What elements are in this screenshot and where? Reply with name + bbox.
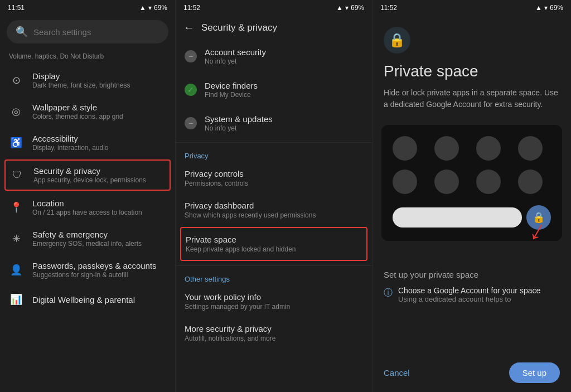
mock-app-3 bbox=[476, 136, 501, 161]
mock-app-2 bbox=[434, 136, 459, 161]
mock-app-6 bbox=[434, 170, 459, 194]
mock-app-8 bbox=[518, 170, 543, 194]
system-updates-subtitle: No info yet bbox=[205, 124, 273, 132]
settings-item-location[interactable]: 📍 Location On / 21 apps have access to l… bbox=[0, 192, 175, 223]
settings-item-passwords[interactable]: 👤 Passwords, passkeys & accounts Suggest… bbox=[0, 254, 175, 285]
work-policy-item[interactable]: Your work policy info Settings managed b… bbox=[176, 285, 372, 317]
privacy-dashboard-subtitle: Show which apps recently used permission… bbox=[185, 211, 316, 219]
security-title: Security & privacy bbox=[33, 166, 146, 176]
settings-item-security[interactable]: 🛡 Security & privacy App security, devic… bbox=[4, 159, 171, 191]
accessibility-icon: ♿ bbox=[9, 135, 23, 150]
status-bar-3: 11:52 ▲ ▾ 69% bbox=[372, 0, 571, 16]
signal-icon: ▲ bbox=[139, 4, 146, 12]
privacy-label: Privacy bbox=[176, 145, 372, 162]
cancel-button[interactable]: Cancel bbox=[384, 368, 410, 378]
accessibility-subtitle: Display, interaction, audio bbox=[32, 144, 109, 152]
search-icon: 🔍 bbox=[16, 26, 28, 38]
mock-app-5 bbox=[393, 170, 417, 194]
battery-1: 69% bbox=[154, 4, 167, 12]
private-space-title: Private space bbox=[186, 235, 362, 244]
more-security-subtitle: Autofill, notifications, and more bbox=[185, 335, 275, 342]
time-2: 11:52 bbox=[183, 4, 200, 12]
passwords-title: Passwords, passkeys & accounts bbox=[32, 261, 157, 270]
display-icon: ⊙ bbox=[9, 73, 23, 88]
system-updates-item[interactable]: − System & updates No info yet bbox=[176, 107, 372, 140]
wallpaper-title: Wallpaper & style bbox=[32, 103, 123, 112]
digital-title: Digital Wellbeing & parental bbox=[32, 295, 135, 304]
signal-icon-3: ▲ bbox=[535, 4, 542, 12]
system-updates-title: System & updates bbox=[205, 114, 273, 124]
wifi-icon: ▾ bbox=[148, 4, 152, 12]
passwords-icon: 👤 bbox=[9, 263, 23, 277]
device-finders-title: Device finders bbox=[205, 81, 258, 90]
status-bar-2: 11:52 ▲ ▾ 69% bbox=[176, 0, 372, 16]
account-security-title: Account security bbox=[205, 47, 266, 57]
privacy-dashboard-item[interactable]: Privacy dashboard Show which apps recent… bbox=[176, 194, 372, 226]
setup-title: Set up your private space bbox=[384, 270, 560, 279]
location-subtitle: On / 21 apps have access to location bbox=[32, 209, 142, 216]
private-space-main-title: Private space bbox=[384, 62, 560, 80]
safety-title: Safety & emergency bbox=[32, 230, 142, 239]
mock-input-row: 🔒 bbox=[393, 205, 551, 230]
mock-input bbox=[393, 207, 522, 228]
setup-info-bold: Choose a Google Account for your space bbox=[398, 286, 540, 295]
settings-item-display[interactable]: ⊙ Display Dark theme, font size, brightn… bbox=[0, 65, 175, 96]
private-lock-icon: 🔒 bbox=[384, 27, 410, 54]
mock-app-1 bbox=[393, 136, 417, 161]
privacy-controls-title: Privacy controls bbox=[185, 169, 248, 178]
security-icon: 🛡 bbox=[10, 168, 25, 182]
privacy-dashboard-title: Privacy dashboard bbox=[185, 201, 316, 210]
private-space-subtitle: Keep private apps locked and hidden bbox=[186, 245, 362, 253]
battery-3: 69% bbox=[550, 4, 563, 12]
top-bar: ← Security & privacy bbox=[176, 16, 372, 40]
account-security-item[interactable]: − Account security No info yet bbox=[176, 40, 372, 73]
back-button[interactable]: ← bbox=[183, 21, 195, 34]
account-security-icon: − bbox=[185, 50, 197, 62]
location-title: Location bbox=[32, 199, 142, 208]
settings-panel: 11:51 ▲ ▾ 69% 🔍 Volume, haptics, Do Not … bbox=[0, 0, 175, 392]
status-bar-1: 11:51 ▲ ▾ 69% bbox=[0, 0, 175, 16]
wallpaper-icon: ◎ bbox=[9, 104, 23, 119]
status-icons-3: ▲ ▾ 69% bbox=[535, 4, 563, 12]
time-1: 11:51 bbox=[8, 4, 25, 12]
privacy-controls-subtitle: Permissions, controls bbox=[185, 180, 248, 187]
settings-item-digital[interactable]: 📊 Digital Wellbeing & parental bbox=[0, 285, 175, 313]
status-icons-2: ▲ ▾ 69% bbox=[336, 4, 364, 12]
truncated-item: Volume, haptics, Do Not Disturb bbox=[0, 50, 175, 65]
private-space-desc: Hide or lock private apps in a separate … bbox=[384, 87, 560, 110]
accessibility-title: Accessibility bbox=[32, 134, 109, 143]
mock-app-7 bbox=[476, 170, 501, 194]
other-settings-label: Other settings bbox=[176, 268, 372, 285]
settings-item-accessibility[interactable]: ♿ Accessibility Display, interaction, au… bbox=[0, 127, 175, 158]
privacy-controls-item[interactable]: Privacy controls Permissions, controls bbox=[176, 162, 372, 194]
private-space-panel: 11:52 ▲ ▾ 69% 🔒 Private space Hide or lo… bbox=[372, 0, 571, 392]
location-icon: 📍 bbox=[9, 200, 23, 215]
time-3: 11:52 bbox=[380, 4, 397, 12]
setup-button[interactable]: Set up bbox=[509, 362, 560, 383]
setup-info-light: Using a dedicated account helps to bbox=[398, 295, 540, 303]
bottom-actions: Cancel Set up bbox=[372, 358, 571, 392]
more-security-title: More security & privacy bbox=[185, 324, 275, 333]
display-subtitle: Dark theme, font size, brightness bbox=[32, 81, 130, 89]
setup-info: ⓘ Choose a Google Account for your space… bbox=[384, 286, 560, 303]
more-security-item[interactable]: More security & privacy Autofill, notifi… bbox=[176, 317, 372, 349]
work-policy-title: Your work policy info bbox=[185, 292, 290, 302]
device-finders-item[interactable]: ✓ Device finders Find My Device bbox=[176, 73, 372, 107]
settings-item-safety[interactable]: ✳ Safety & emergency Emergency SOS, medi… bbox=[0, 223, 175, 254]
digital-icon: 📊 bbox=[9, 292, 23, 307]
search-input[interactable] bbox=[33, 27, 159, 37]
security-privacy-panel: 11:52 ▲ ▾ 69% ← Security & privacy − Acc… bbox=[175, 0, 372, 392]
system-updates-icon: − bbox=[185, 117, 197, 129]
safety-icon: ✳ bbox=[9, 231, 23, 246]
settings-item-wallpaper[interactable]: ◎ Wallpaper & style Colors, themed icons… bbox=[0, 96, 175, 127]
search-bar[interactable]: 🔍 bbox=[7, 20, 168, 43]
account-security-subtitle: No info yet bbox=[205, 57, 266, 65]
private-space-item[interactable]: Private space Keep private apps locked a… bbox=[180, 227, 367, 261]
mock-app-4 bbox=[518, 136, 543, 161]
wallpaper-subtitle: Colors, themed icons, app grid bbox=[32, 113, 123, 120]
work-policy-subtitle: Settings managed by your IT admin bbox=[185, 303, 290, 311]
app-mockup-grid: 🔒 ↓ bbox=[381, 125, 562, 241]
wifi-icon-2: ▾ bbox=[345, 4, 349, 12]
display-title: Display bbox=[32, 71, 130, 81]
status-icons-1: ▲ ▾ 69% bbox=[139, 4, 167, 12]
